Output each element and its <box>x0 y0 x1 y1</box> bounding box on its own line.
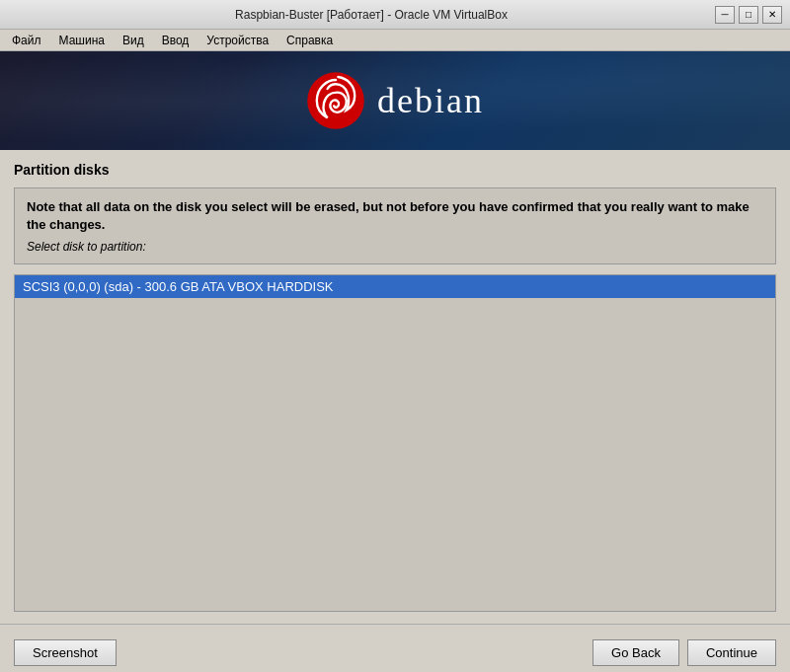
debian-logo: debian <box>306 71 484 130</box>
go-back-button[interactable]: Go Back <box>592 639 679 666</box>
menu-input[interactable]: Ввод <box>154 32 198 49</box>
right-buttons: Go Back Continue <box>592 639 776 666</box>
titlebar-title: Raspbian-Buster [Работает] - Oracle VM V… <box>28 8 715 22</box>
menu-view[interactable]: Вид <box>115 32 152 49</box>
maximize-button[interactable]: □ <box>739 6 758 24</box>
minimize-button[interactable]: ─ <box>715 6 735 24</box>
bottom-bar: Screenshot Go Back Continue <box>0 624 790 672</box>
disk-item[interactable]: SCSI3 (0,0,0) (sda) - 300.6 GB ATA VBOX … <box>15 275 775 298</box>
menubar: Файл Машина Вид Ввод Устройства Справка <box>0 30 790 51</box>
debian-header: debian <box>0 51 790 150</box>
close-button[interactable]: ✕ <box>762 6 782 24</box>
menu-machine[interactable]: Машина <box>51 32 113 49</box>
screenshot-button[interactable]: Screenshot <box>14 639 117 666</box>
page-title: Partition disks <box>14 162 776 178</box>
info-label: Select disk to partition: <box>27 240 763 254</box>
titlebar: Raspbian-Buster [Работает] - Oracle VM V… <box>0 0 790 30</box>
continue-button[interactable]: Continue <box>687 639 776 666</box>
menu-devices[interactable]: Устройства <box>198 32 276 49</box>
menu-help[interactable]: Справка <box>278 32 341 49</box>
debian-logo-text: debian <box>377 80 484 121</box>
installer-area: Partition disks Note that all data on th… <box>0 150 790 624</box>
info-text: Note that all data on the disk you selec… <box>27 198 763 234</box>
titlebar-controls: ─ □ ✕ <box>715 6 782 24</box>
menu-file[interactable]: Файл <box>4 32 49 49</box>
disk-list[interactable]: SCSI3 (0,0,0) (sda) - 300.6 GB ATA VBOX … <box>14 274 776 612</box>
info-text-bold: Note that all data on the disk you selec… <box>27 199 750 232</box>
debian-swirl-icon <box>306 71 365 130</box>
info-box: Note that all data on the disk you selec… <box>14 187 776 264</box>
vm-content: debian Partition disks Note that all dat… <box>0 51 790 624</box>
